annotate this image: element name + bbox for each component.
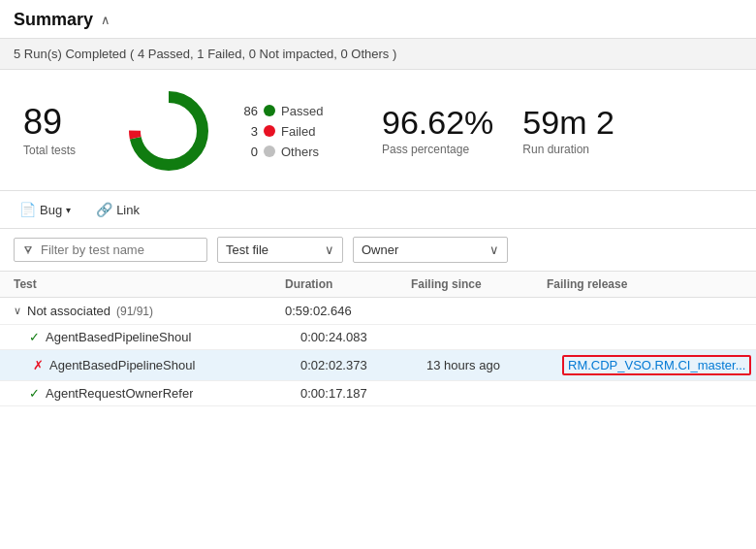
test-file-label: Test file — [226, 242, 268, 257]
filter-funnel-icon: ⛛ — [22, 242, 35, 257]
link-icon: 🔗 — [96, 202, 112, 217]
test-file-caret-icon: ∨ — [325, 242, 334, 257]
passed-count: 86 — [236, 104, 258, 118]
failing-since: 13 hours ago — [426, 358, 562, 372]
table-row: ✗ AgentBasedPipelineShoul 0:02:02.373 13… — [0, 350, 756, 381]
group-row: ∨ Not associated (91/91) 0:59:02.646 — [0, 298, 756, 325]
failed-label: Failed — [281, 124, 315, 139]
header: Summary ∧ — [0, 0, 756, 39]
total-tests-label: Total tests — [23, 144, 101, 157]
fail-icon: ✗ — [33, 358, 44, 372]
group-count: (91/91) — [116, 305, 153, 318]
failing-release: RM.CDP_VSO.RM.CI_master... — [562, 355, 751, 375]
col-failing-since: Failing since — [411, 277, 547, 291]
group-name-cell: ∨ Not associated (91/91) — [14, 304, 285, 318]
chart-legend: 86 Passed 3 Failed 0 Others — [236, 104, 343, 159]
run-duration-number: 59m 2 — [522, 106, 614, 139]
others-dot — [264, 145, 275, 157]
group-chevron-icon[interactable]: ∨ — [14, 305, 21, 317]
duration: 0:02:02.373 — [300, 358, 426, 372]
release-link-box[interactable]: RM.CDP_VSO.RM.CI_master... — [562, 355, 751, 375]
total-tests-widget: 89 Total tests — [23, 105, 101, 157]
col-failing-release: Failing release — [547, 277, 742, 291]
owner-label: Owner — [362, 242, 398, 257]
svg-point-2 — [142, 105, 195, 157]
pass-percentage-widget: 96.62% Pass percentage — [362, 106, 493, 156]
pass-icon: ✓ — [29, 386, 40, 401]
passed-label: Passed — [281, 104, 323, 118]
bug-icon: 📄 — [19, 202, 36, 217]
col-test: Test — [14, 277, 285, 291]
col-duration: Duration — [285, 277, 411, 291]
duration: 0:00:17.187 — [300, 386, 426, 401]
legend-passed: 86 Passed — [236, 104, 343, 118]
test-name: AgentBasedPipelineShoul — [49, 358, 195, 372]
collapse-chevron-icon[interactable]: ∧ — [101, 13, 110, 27]
test-name: AgentBasedPipelineShoul — [46, 330, 191, 344]
page-title: Summary — [14, 10, 93, 30]
others-label: Others — [281, 145, 319, 159]
filter-input-wrap[interactable]: ⛛ — [14, 238, 207, 262]
run-duration-widget: 59m 2 Run duration — [513, 106, 614, 156]
test-name: AgentRequestOwnerRefer — [46, 386, 193, 401]
group-duration: 0:59:02.646 — [285, 304, 411, 318]
bug-button[interactable]: 📄 Bug ▾ — [14, 199, 77, 220]
test-file-dropdown[interactable]: Test file ∨ — [217, 237, 343, 263]
failed-count: 3 — [236, 124, 258, 139]
duration: 0:00:24.083 — [300, 330, 426, 344]
total-tests-number: 89 — [23, 105, 101, 140]
pass-percentage-label: Pass percentage — [382, 143, 493, 156]
link-label: Link — [116, 203, 140, 217]
pass-percentage-number: 96.62% — [382, 106, 493, 139]
test-name-cell: ✓ AgentBasedPipelineShoul — [29, 330, 300, 344]
link-button[interactable]: 🔗 Link — [90, 199, 145, 220]
run-duration-label: Run duration — [522, 143, 614, 156]
filter-by-test-name-input[interactable] — [41, 242, 199, 257]
table-row: ✓ AgentBasedPipelineShoul 0:00:24.083 — [0, 325, 756, 350]
bug-label: Bug — [40, 203, 62, 217]
group-name-text: Not associated — [27, 304, 110, 318]
passed-dot — [264, 105, 275, 116]
actions-row: 📄 Bug ▾ 🔗 Link — [0, 191, 756, 229]
others-count: 0 — [236, 145, 258, 159]
summary-bar: 5 Run(s) Completed ( 4 Passed, 1 Failed,… — [0, 39, 756, 70]
legend-failed: 3 Failed — [236, 124, 343, 139]
table-header: Test Duration Failing since Failing rele… — [0, 272, 756, 298]
owner-dropdown[interactable]: Owner ∨ — [353, 237, 508, 263]
owner-caret-icon: ∨ — [489, 242, 499, 257]
stats-row: 89 Total tests 86 Passed 3 Failed 0 — [0, 70, 756, 191]
release-link[interactable]: RM.CDP_VSO.RM.CI_master... — [568, 358, 745, 372]
bug-dropdown-icon: ▾ — [66, 205, 71, 215]
test-name-cell: ✓ AgentRequestOwnerRefer — [29, 386, 300, 401]
failed-dot — [264, 125, 275, 137]
table-body: ∨ Not associated (91/91) 0:59:02.646 ✓ A… — [0, 298, 756, 406]
summary-bar-text: 5 Run(s) Completed ( 4 Passed, 1 Failed,… — [14, 47, 396, 61]
donut-chart — [120, 87, 217, 175]
legend-others: 0 Others — [236, 145, 343, 159]
pass-icon: ✓ — [29, 330, 40, 344]
test-name-cell: ✗ AgentBasedPipelineShoul — [29, 358, 300, 372]
table-row: ✓ AgentRequestOwnerRefer 0:00:17.187 — [0, 381, 756, 406]
filters-row: ⛛ Test file ∨ Owner ∨ — [0, 229, 756, 272]
